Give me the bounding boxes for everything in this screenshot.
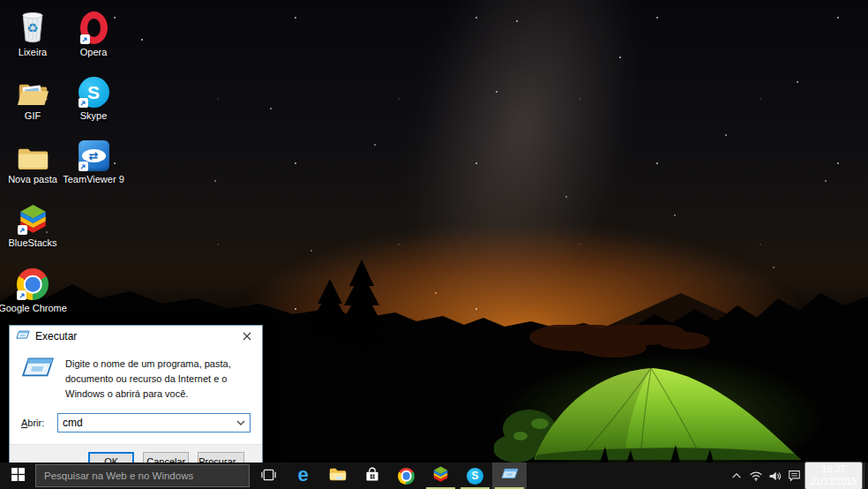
- clock-date: 21/12/2015: [806, 476, 861, 488]
- close-icon[interactable]: [232, 326, 262, 347]
- bluestacks-button[interactable]: [423, 463, 458, 489]
- desktop-icon-label: Lixeira: [19, 47, 47, 57]
- shortcut-arrow-icon: [17, 290, 26, 300]
- run-window-icon-large: [21, 357, 55, 402]
- taskbar-search-box[interactable]: [35, 464, 250, 487]
- skype-button[interactable]: S: [458, 463, 492, 489]
- run-dialog-titlebar[interactable]: Executar: [10, 326, 262, 347]
- windows-desktop: ♻ Lixeira Opera GIF S Skype: [0, 0, 868, 489]
- start-button[interactable]: [0, 463, 35, 489]
- shortcut-arrow-icon: [79, 162, 88, 171]
- opera-icon: [80, 7, 108, 44]
- folder-icon: [17, 134, 49, 171]
- windows-logo-icon: [11, 468, 25, 484]
- desktop-icon-lixeira[interactable]: ♻ Lixeira: [1, 7, 64, 57]
- run-window-button[interactable]: [492, 463, 527, 489]
- recycle-symbol-icon: ♻: [26, 21, 38, 34]
- desktop-icon-skype[interactable]: S Skype: [62, 71, 125, 121]
- desktop-icon-label: TeamViewer 9: [63, 174, 124, 184]
- chrome-icon: [17, 263, 49, 300]
- run-window-icon: [501, 468, 519, 484]
- open-label: Abrir:: [21, 418, 57, 428]
- wifi-icon[interactable]: [746, 463, 765, 489]
- desktop-icon-label: GIF: [25, 110, 41, 121]
- desktop-icon-label: BlueStacks: [8, 237, 56, 248]
- desktop-icon-label: Opera: [80, 47, 108, 57]
- file-explorer-button[interactable]: [320, 463, 355, 489]
- desktop-icon-gif[interactable]: GIF: [1, 71, 64, 121]
- wallpaper-bright-stars: [0, 0, 2, 2]
- bluestacks-icon: [432, 466, 449, 485]
- desktop-icon-teamviewer[interactable]: ⇄ TeamViewer 9: [62, 134, 125, 184]
- task-view-button[interactable]: [251, 463, 286, 489]
- action-center-icon[interactable]: [785, 463, 804, 489]
- desktop-icon-label: Google Chrome: [0, 303, 67, 313]
- desktop-icon-google-chrome[interactable]: Google Chrome: [1, 263, 64, 313]
- taskbar: e: [0, 463, 868, 489]
- wallpaper-tent: [494, 325, 868, 463]
- volume-icon[interactable]: [766, 463, 784, 489]
- shortcut-arrow-icon: [79, 98, 88, 108]
- open-combobox[interactable]: [57, 413, 251, 433]
- desktop-icon-label: Skype: [80, 110, 108, 121]
- system-tray: 16:37 21/12/2015: [727, 463, 868, 489]
- search-input[interactable]: [36, 465, 249, 486]
- teamviewer-arrows-glyph: ⇄: [89, 150, 99, 162]
- chrome-button[interactable]: [389, 463, 423, 489]
- shortcut-arrow-icon: [80, 34, 90, 44]
- desktop-icon-opera[interactable]: Opera: [62, 7, 125, 57]
- combo-dropdown-icon[interactable]: [236, 420, 250, 425]
- run-dialog: Executar Digite o nome de um programa, p…: [9, 325, 263, 481]
- task-view-icon: [260, 469, 277, 484]
- run-dialog-description: Digite o nome de um programa, pasta, doc…: [65, 357, 251, 402]
- file-explorer-icon: [329, 467, 347, 485]
- desktop-icon-label: Nova pasta: [8, 174, 57, 184]
- tray-chevron-up-icon[interactable]: [727, 463, 745, 489]
- recycle-bin-icon: ♻: [19, 7, 47, 44]
- show-desktop-button[interactable]: [864, 463, 868, 489]
- edge-button[interactable]: e: [286, 463, 320, 489]
- desktop-icon-nova-pasta[interactable]: Nova pasta: [1, 134, 64, 184]
- taskbar-apps: e: [251, 463, 527, 489]
- clock-time: 16:37: [806, 463, 861, 476]
- skype-icon: S: [467, 468, 483, 485]
- tray-clock[interactable]: 16:37 21/12/2015: [804, 462, 863, 489]
- shortcut-arrow-icon: [18, 225, 27, 235]
- store-button[interactable]: [355, 463, 389, 489]
- skype-s-glyph: S: [87, 82, 100, 103]
- desktop-icon-bluestacks[interactable]: BlueStacks: [1, 198, 64, 248]
- edge-icon: e: [297, 465, 308, 485]
- folder-with-files-icon: [17, 71, 49, 108]
- chrome-icon: [398, 468, 415, 485]
- run-window-icon: [16, 330, 30, 342]
- store-icon: [364, 467, 380, 485]
- open-input[interactable]: [58, 417, 236, 429]
- bluestacks-icon: [18, 198, 49, 235]
- run-dialog-title: Executar: [35, 330, 232, 342]
- skype-icon: S: [79, 71, 109, 108]
- teamviewer-icon: ⇄: [79, 134, 109, 171]
